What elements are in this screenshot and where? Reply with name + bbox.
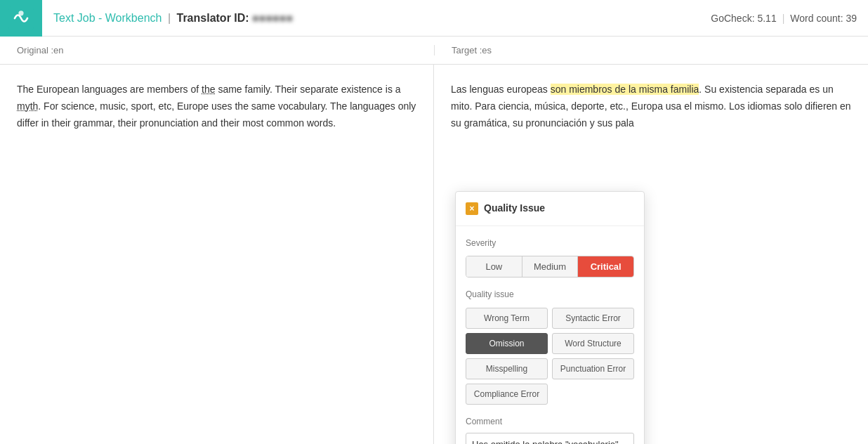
severity-low-button[interactable]: Low [466,256,522,277]
severity-label: Severity [466,236,634,250]
comment-label: Comment [466,414,634,429]
quality-punctuation-error-button[interactable]: Punctuation Error [552,358,634,379]
gocheck-stat: GoCheck: 5.11 [711,13,776,24]
translator-id: Translator ID: ●●●●●● [177,12,294,24]
modal-header: × Quality Issue [456,192,644,226]
svg-point-1 [18,11,23,15]
quality-issue-label: Quality issue [466,287,634,301]
target-text-column: Las lenguas europeas son miembros de la … [434,65,868,444]
severity-medium-button[interactable]: Medium [522,256,579,277]
comment-textarea[interactable]: Has omitido la palabra "vocabulario" [466,433,634,444]
quality-word-structure-button[interactable]: Word Structure [552,333,634,354]
header-title: Text Job - Workbench | Translator ID: ●●… [53,12,711,25]
modal-icon-symbol: × [469,202,474,216]
quality-wrong-term-button[interactable]: Wrong Term [466,308,548,329]
quality-issue-grid: Wrong Term Syntactic Error Omission Word… [466,308,634,405]
app-logo-icon [8,6,34,31]
modal-body: Severity Low Medium Critical Quality iss… [456,226,644,444]
quality-omission-button[interactable]: Omission [466,333,548,354]
original-text-column: The European languages are members of th… [0,65,434,444]
columns-header: Original :en Target :es [0,37,868,65]
stats-divider: | [782,13,785,24]
quality-issue-modal: × Quality Issue Severity Low Medium Crit… [455,191,645,444]
severity-critical-button[interactable]: Critical [578,256,633,277]
target-column-header: Target :es [434,45,868,56]
original-text: The European languages are members of th… [17,81,416,131]
app-link[interactable]: Text Job - Workbench [53,12,162,24]
quality-compliance-error-button[interactable]: Compliance Error [466,384,548,405]
header-stats: GoCheck: 5.11 | Word count: 39 [711,13,857,24]
severity-buttons: Low Medium Critical [466,256,634,278]
original-column-header: Original :en [0,45,434,56]
modal-icon: × [466,202,478,215]
original-word-the: the [202,84,215,95]
logo-area [0,0,42,37]
modal-overlay: × Quality Issue Severity Low Medium Crit… [434,65,868,444]
header-separator: | [168,12,174,24]
content-area: The European languages are members of th… [0,65,868,444]
word-count-stat: Word count: 39 [790,13,857,24]
quality-syntactic-error-button[interactable]: Syntactic Error [552,308,634,329]
original-word-myth: myth [17,100,38,112]
quality-misspelling-button[interactable]: Misspelling [466,358,548,379]
header: Text Job - Workbench | Translator ID: ●●… [0,0,868,37]
modal-title: Quality Issue [484,200,545,217]
